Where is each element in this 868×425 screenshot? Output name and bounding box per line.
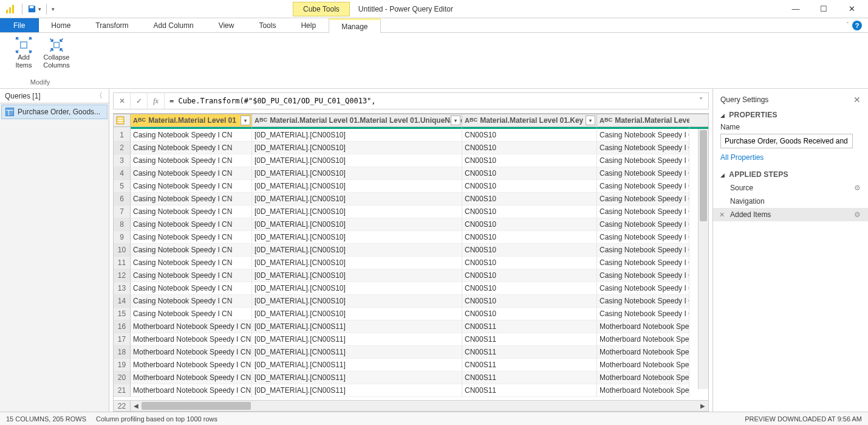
- caret-icon[interactable]: ◢: [720, 172, 725, 178]
- ribbon-collapse-icon[interactable]: ˆ: [847, 22, 849, 29]
- cell[interactable]: [0D_MATERIAL].[CN00S11]: [252, 371, 462, 384]
- cell[interactable]: [0D_MATERIAL].[CN00S10]: [252, 269, 462, 282]
- cell[interactable]: Motherboard Notebook Speed: [597, 346, 689, 359]
- row-number[interactable]: 15: [114, 308, 131, 320]
- cell[interactable]: CN00S11: [462, 359, 597, 371]
- cell[interactable]: [0D_MATERIAL].[CN00S11]: [252, 359, 462, 371]
- cell[interactable]: Casing Notebook Speedy I CN: [131, 180, 252, 193]
- cell[interactable]: [0D_MATERIAL].[CN00S10]: [252, 167, 462, 180]
- cell[interactable]: CN00S10: [462, 167, 597, 180]
- row-number[interactable]: 18: [114, 346, 131, 359]
- cell[interactable]: Motherboard Notebook Speedy I CN: [131, 359, 252, 371]
- cell[interactable]: Casing Notebook Speedy I CN: [597, 180, 689, 193]
- cell[interactable]: [0D_MATERIAL].[CN00S10]: [252, 142, 462, 154]
- scroll-right-icon[interactable]: ▶: [697, 403, 708, 409]
- cell[interactable]: Motherboard Notebook Speed: [597, 333, 689, 346]
- column-header-2[interactable]: ABC Material.Material Level 01.Material …: [252, 114, 462, 126]
- row-number[interactable]: 1: [114, 129, 131, 142]
- tab-home[interactable]: Home: [39, 18, 83, 32]
- cell[interactable]: Casing Notebook Speedy I CN: [597, 154, 689, 167]
- cell[interactable]: CN00S10: [462, 218, 597, 231]
- delete-step-icon[interactable]: ✕: [719, 211, 725, 219]
- table-row[interactable]: 16Motherboard Notebook Speedy I CN[0D_MA…: [114, 320, 708, 333]
- cell[interactable]: Casing Notebook Speedy I CN: [131, 218, 252, 231]
- close-button[interactable]: ✕: [838, 1, 866, 18]
- row-number[interactable]: 11: [114, 257, 131, 269]
- cell[interactable]: Casing Notebook Speedy I CN: [597, 142, 689, 154]
- row-number[interactable]: 2: [114, 142, 131, 154]
- table-row[interactable]: 21Motherboard Notebook Speedy I CN[0D_MA…: [114, 384, 708, 397]
- table-row[interactable]: 14Casing Notebook Speedy I CN[0D_MATERIA…: [114, 295, 708, 308]
- cell[interactable]: CN00S10: [462, 244, 597, 257]
- query-name-input[interactable]: [720, 134, 853, 148]
- cell[interactable]: CN00S11: [462, 333, 597, 346]
- vertical-scrollbar[interactable]: [698, 129, 708, 389]
- cell[interactable]: [0D_MATERIAL].[CN00S10]: [252, 295, 462, 308]
- cancel-formula-icon[interactable]: ✕: [114, 93, 131, 109]
- table-row[interactable]: 12Casing Notebook Speedy I CN[0D_MATERIA…: [114, 269, 708, 282]
- cell[interactable]: Casing Notebook Speedy I CN: [131, 129, 252, 142]
- cell[interactable]: CN00S11: [462, 320, 597, 333]
- row-number[interactable]: 10: [114, 244, 131, 257]
- cell[interactable]: CN00S10: [462, 282, 597, 295]
- close-settings-icon[interactable]: ✕: [853, 95, 861, 105]
- cell[interactable]: CN00S10: [462, 295, 597, 308]
- cell[interactable]: Casing Notebook Speedy I CN: [131, 167, 252, 180]
- cell[interactable]: Motherboard Notebook Speedy I CN: [131, 333, 252, 346]
- tab-manage[interactable]: Manage: [329, 18, 380, 33]
- column-header-4[interactable]: ABC Material.Material Level 01.M: [597, 114, 689, 126]
- cell[interactable]: [0D_MATERIAL].[CN00S11]: [252, 346, 462, 359]
- cell[interactable]: Casing Notebook Speedy I CN: [597, 218, 689, 231]
- cell[interactable]: [0D_MATERIAL].[CN00S10]: [252, 129, 462, 142]
- step-added-items[interactable]: ✕ Added Items ⚙: [713, 208, 868, 221]
- table-row[interactable]: 18Motherboard Notebook Speedy I CN[0D_MA…: [114, 346, 708, 359]
- column-filter-icon[interactable]: ▾: [586, 116, 595, 125]
- cell[interactable]: [0D_MATERIAL].[CN00S10]: [252, 282, 462, 295]
- row-number[interactable]: 7: [114, 206, 131, 218]
- step-source[interactable]: Source ⚙: [713, 181, 868, 195]
- add-items-button[interactable]: Add Items: [9, 35, 39, 69]
- table-row[interactable]: 19Motherboard Notebook Speedy I CN[0D_MA…: [114, 359, 708, 371]
- cell[interactable]: Casing Notebook Speedy I CN: [597, 269, 689, 282]
- row-number[interactable]: 16: [114, 320, 131, 333]
- cell[interactable]: Casing Notebook Speedy I CN: [131, 295, 252, 308]
- cell[interactable]: Motherboard Notebook Speed: [597, 384, 689, 397]
- minimize-button[interactable]: —: [782, 1, 810, 18]
- cell[interactable]: [0D_MATERIAL].[CN00S10]: [252, 231, 462, 244]
- save-icon[interactable]: [26, 4, 37, 15]
- formula-input[interactable]: [165, 93, 694, 109]
- cell[interactable]: CN00S10: [462, 129, 597, 142]
- tab-file[interactable]: File: [0, 18, 39, 32]
- cell[interactable]: CN00S10: [462, 308, 597, 320]
- cell[interactable]: CN00S10: [462, 206, 597, 218]
- cell[interactable]: CN00S10: [462, 257, 597, 269]
- table-row[interactable]: 3Casing Notebook Speedy I CN[0D_MATERIAL…: [114, 154, 708, 167]
- cell[interactable]: Motherboard Notebook Speedy I CN: [131, 371, 252, 384]
- commit-formula-icon[interactable]: ✓: [131, 93, 148, 109]
- cell[interactable]: CN00S10: [462, 142, 597, 154]
- cell[interactable]: Motherboard Notebook Speed: [597, 371, 689, 384]
- horizontal-scrollbar[interactable]: 22 ◀ ▶: [114, 400, 708, 411]
- expand-formula-icon[interactable]: ˅: [694, 97, 708, 105]
- cell[interactable]: CN00S11: [462, 384, 597, 397]
- cell[interactable]: Casing Notebook Speedy I CN: [597, 193, 689, 206]
- cell[interactable]: Casing Notebook Speedy I CN: [131, 282, 252, 295]
- tab-tools[interactable]: Tools: [247, 18, 289, 32]
- row-number[interactable]: 9: [114, 231, 131, 244]
- table-row[interactable]: 7Casing Notebook Speedy I CN[0D_MATERIAL…: [114, 206, 708, 218]
- table-row[interactable]: 17Motherboard Notebook Speedy I CN[0D_MA…: [114, 333, 708, 346]
- cell[interactable]: Casing Notebook Speedy I CN: [131, 206, 252, 218]
- caret-icon[interactable]: ◢: [720, 112, 725, 119]
- row-number[interactable]: 14: [114, 295, 131, 308]
- collapse-columns-button[interactable]: Collapse Columns: [41, 35, 72, 69]
- table-row[interactable]: 1Casing Notebook Speedy I CN[0D_MATERIAL…: [114, 129, 708, 142]
- table-row[interactable]: 8Casing Notebook Speedy I CN[0D_MATERIAL…: [114, 218, 708, 231]
- cell[interactable]: [0D_MATERIAL].[CN00S10]: [252, 244, 462, 257]
- gear-icon[interactable]: ⚙: [854, 210, 861, 219]
- tab-view[interactable]: View: [207, 18, 247, 32]
- cell[interactable]: Casing Notebook Speedy I CN: [597, 206, 689, 218]
- step-navigation[interactable]: Navigation: [713, 195, 868, 208]
- table-row[interactable]: 13Casing Notebook Speedy I CN[0D_MATERIA…: [114, 282, 708, 295]
- row-number[interactable]: 21: [114, 384, 131, 397]
- cell[interactable]: Casing Notebook Speedy I CN: [131, 142, 252, 154]
